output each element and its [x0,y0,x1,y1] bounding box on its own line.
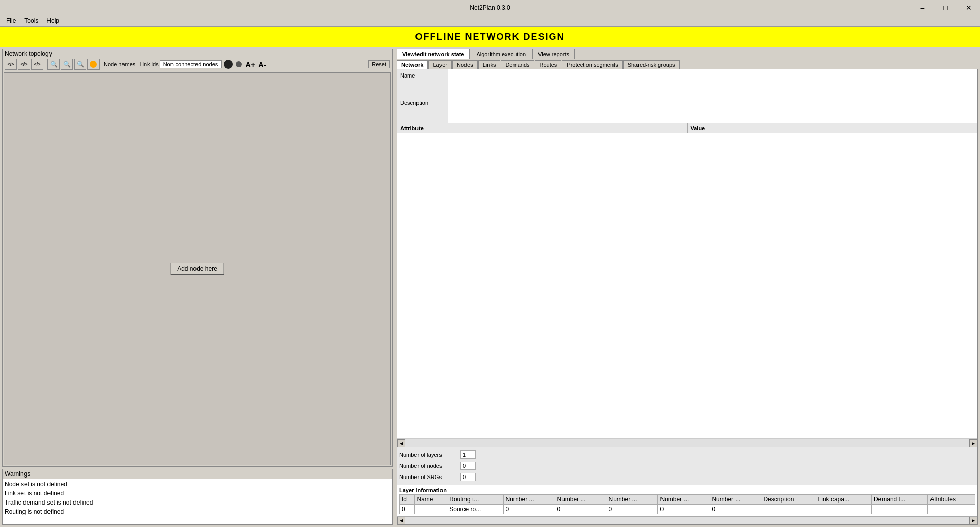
tab-links[interactable]: Links [478,60,501,69]
scroll-left-bottom[interactable]: ◀ [397,517,405,525]
window-title: Net2Plan 0.3.0 [470,4,510,11]
cell-num5: 0 [709,505,761,514]
description-label: Description [397,82,448,123]
xml-icon-2: </> [20,62,27,67]
warning-line-3: Traffic demand set is not defined [5,498,390,507]
cell-num1: 0 [503,505,555,514]
app-icon [3,3,11,11]
banner-title: OFFLINE NETWORK DESIGN [415,32,565,42]
orange-circle-icon [90,61,97,68]
layer-table-head: Id Name Routing t... Number ... Number .… [400,495,975,505]
col-id: Id [400,495,415,505]
stats-section: Number of layers 1 Number of nodes 0 Num… [397,447,977,485]
close-button[interactable]: ✕ [957,0,980,15]
tab-view-edit[interactable]: View/edit network state [397,49,470,59]
xml-icon-3: </> [34,62,40,67]
small-circle-icon [236,61,242,67]
col-attributes: Attributes [928,495,975,505]
table-row: 0 Source ro... 0 0 0 0 0 [400,505,975,514]
name-input[interactable] [450,70,975,77]
xml-icon-1: </> [7,62,14,67]
stat-num-nodes: Number of nodes 0 [399,461,975,471]
description-value[interactable] [448,82,977,123]
cell-demand-t [871,505,927,514]
col-num4: Number ... [658,495,709,505]
scroll-right-bottom[interactable]: ▶ [969,517,977,525]
network-topology-section: Network topology </> </> </> 🔍 🔍 [2,49,393,467]
menu-tools[interactable]: Tools [20,16,42,26]
tab-layer[interactable]: Layer [428,60,452,69]
zoom-fit-button[interactable]: 🔍 [74,59,86,70]
value-header-cell: Value [688,123,978,133]
tab-demands[interactable]: Demands [501,60,534,69]
menu-file[interactable]: File [2,16,20,26]
warning-line-2: Link set is not defined [5,489,390,498]
topology-canvas[interactable]: Add node here [4,72,391,465]
xml-button-1[interactable]: </> [5,59,17,70]
cell-id: 0 [400,505,415,514]
layer-table: Id Name Routing t... Number ... Number .… [399,494,975,514]
add-node-button[interactable]: Add node here [170,263,224,275]
attr-body [397,133,977,438]
tab-reports[interactable]: View reports [532,49,575,59]
num-srgs-label: Number of SRGs [399,474,460,480]
warnings-section: Warnings Node set is not defined Link se… [2,469,393,525]
reset-button[interactable]: Reset [368,60,390,68]
xml-button-3[interactable]: </> [31,59,43,70]
tab-shared-risk[interactable]: Shared-risk groups [623,60,680,69]
tab-network[interactable]: Network [397,60,428,69]
layer-info-label: Layer information [399,487,975,493]
font-decrease-button[interactable]: A- [257,60,267,69]
stat-num-srgs: Number of SRGs 0 [399,472,975,482]
col-num1: Number ... [503,495,555,505]
banner: OFFLINE NETWORK DESIGN [0,27,980,47]
main-layout: Network topology </> </> </> 🔍 🔍 [0,47,980,527]
cell-num4: 0 [658,505,709,514]
tab-protection[interactable]: Protection segments [562,60,622,69]
warnings-content: Node set is not defined Link set is not … [3,479,392,524]
horizontal-scrollbar[interactable] [405,517,969,525]
xml-button-2[interactable]: </> [18,59,30,70]
node-names-label: Node names [104,61,135,67]
attribute-header-cell: Attribute [397,123,688,133]
name-value[interactable] [448,69,977,82]
attribute-table: Attribute Value [397,123,977,439]
description-row: Description [397,82,977,123]
menu-bar: File Tools Help [0,15,980,27]
name-row: Name [397,69,977,82]
minimize-button[interactable]: – [911,0,934,15]
name-label: Name [397,69,448,82]
network-topology-label: Network topology [3,49,392,58]
maximize-button[interactable]: □ [934,0,957,15]
tab-algorithm[interactable]: Algorithm execution [471,49,531,59]
zoom-out-button[interactable]: 🔍 [61,59,73,70]
cell-attributes [928,505,975,514]
num-srgs-value: 0 [460,473,476,481]
warning-line-4: Routing is not defined [5,507,390,516]
col-num5: Number ... [709,495,761,505]
non-connected-button[interactable]: Non-connected nodes [160,60,222,68]
tab-routes[interactable]: Routes [535,60,562,69]
zoom-out-icon: 🔍 [63,61,71,68]
scroll-left-arrow[interactable]: ◀ [397,439,405,447]
layer-info-section: Layer information Id Name Routing t... N… [397,485,977,516]
warnings-label: Warnings [3,469,392,479]
cell-num2: 0 [555,505,606,514]
large-circle-icon [224,60,233,69]
description-textarea[interactable] [450,83,975,122]
num-layers-value: 1 [460,450,476,459]
num-nodes-label: Number of nodes [399,463,460,469]
tab-nodes[interactable]: Nodes [452,60,478,69]
menu-help[interactable]: Help [42,16,63,26]
cell-routing: Source ro... [447,505,503,514]
link-ids-label: Link ids [139,61,158,67]
window-controls: – □ ✕ [911,0,980,15]
orange-circle-button[interactable] [87,59,100,70]
col-name: Name [414,495,447,505]
scroll-right-arrow[interactable]: ▶ [969,439,977,447]
zoom-in-button[interactable]: 🔍 [47,59,60,70]
zoom-fit-icon: 🔍 [77,61,84,68]
right-panel: View/edit network state Algorithm execut… [395,47,980,527]
left-panel: Network topology </> </> </> 🔍 🔍 [0,47,395,527]
font-increase-button[interactable]: A+ [244,60,256,69]
